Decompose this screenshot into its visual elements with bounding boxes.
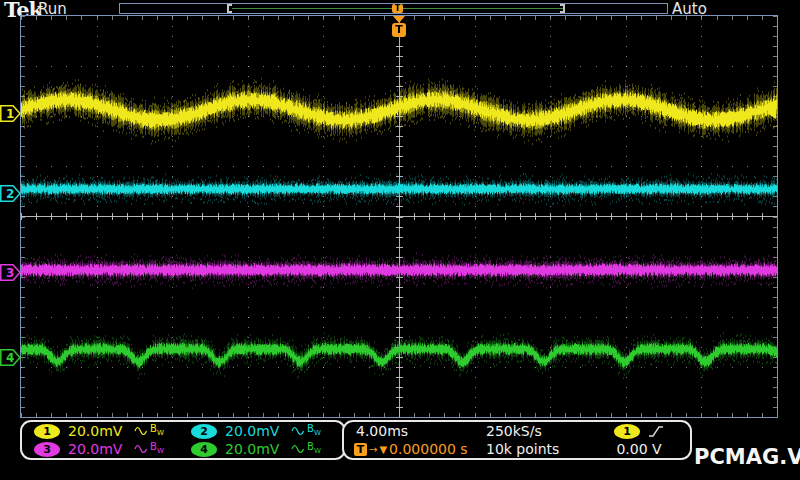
channel-4-scale: 20.0mV	[225, 441, 283, 457]
rising-edge-icon	[648, 424, 664, 439]
trigger-source-badge: 1	[614, 424, 640, 439]
svg-text:3: 3	[6, 266, 14, 280]
channel-3-scale: 20.0mV	[68, 441, 126, 457]
channel-1-badge: 1	[34, 424, 60, 439]
ac-coupling-icon	[291, 444, 305, 454]
bandwidth-limit-icon: BW	[150, 424, 164, 438]
ac-coupling-icon	[134, 444, 148, 454]
trigger-t-icon: T	[354, 443, 367, 456]
channel-2-position-marker[interactable]: 2	[0, 185, 21, 202]
trigger-position-flag[interactable]: T	[391, 16, 407, 37]
channel-4-badge: 4	[191, 442, 217, 457]
svg-text:4: 4	[6, 351, 14, 365]
horizontal-trigger-readout-box: 4.00ms 250kS/s 1 T→▼0.000000 s 10k point…	[342, 420, 692, 460]
channel-3-badge: 3	[34, 442, 60, 457]
bandwidth-limit-icon: BW	[307, 442, 321, 456]
sample-rate: 250kS/s	[478, 423, 592, 439]
oscilloscope-screen: Tek Run T Auto 1 2 3 4 T 1 20.0mV	[0, 0, 800, 480]
channel-2-badge: 2	[191, 424, 217, 439]
bandwidth-limit-icon: BW	[307, 424, 321, 438]
ac-coupling-icon	[134, 426, 148, 436]
channel-3-position-marker[interactable]: 3	[0, 264, 21, 281]
ac-coupling-icon	[291, 426, 305, 436]
channel-4-position-marker[interactable]: 4	[0, 349, 21, 366]
watermark: PCMAG.VN	[694, 445, 800, 469]
channel-2-scale: 20.0mV	[225, 423, 283, 439]
bandwidth-limit-icon: BW	[150, 442, 164, 456]
trigger-level-value: 0.00 V	[592, 441, 686, 457]
channel-4-readout[interactable]: 4 20.0mV BW	[183, 441, 340, 457]
record-length: 10k points	[478, 441, 592, 457]
svg-text:1: 1	[6, 107, 14, 121]
channel-3-readout[interactable]: 3 20.0mV BW	[26, 441, 183, 457]
trigger-position-value: 0.000000 s	[389, 441, 468, 457]
trigger-t-icon: T	[392, 23, 406, 37]
channel-1-readout[interactable]: 1 20.0mV BW	[26, 423, 183, 439]
channel-readout-box: 1 20.0mV BW 2 20.0mV BW 3 20.0mV	[20, 420, 346, 460]
channel-2-readout[interactable]: 2 20.0mV BW	[183, 423, 340, 439]
record-window-left-bracket[interactable]	[227, 4, 232, 13]
timebase-scale[interactable]: 4.00ms	[348, 423, 478, 439]
waveform-display	[21, 16, 777, 417]
horizontal-record-overview-bar[interactable]: T	[119, 3, 668, 14]
arrow-right-icon: →	[369, 443, 377, 456]
record-window-right-bracket[interactable]	[560, 4, 565, 13]
trigger-position-bar-icon[interactable]: T	[392, 4, 403, 13]
channel-1-position-marker[interactable]: 1	[0, 105, 21, 122]
svg-text:2: 2	[6, 187, 14, 201]
trigger-position-readout[interactable]: T→▼0.000000 s	[348, 441, 478, 457]
trigger-position-triangle-icon	[393, 16, 405, 23]
channel-1-scale: 20.0mV	[68, 423, 126, 439]
triangle-down-icon: ▼	[379, 443, 387, 456]
trigger-level-arrow-icon[interactable]	[767, 107, 776, 119]
trigger-source[interactable]: 1	[592, 424, 686, 439]
